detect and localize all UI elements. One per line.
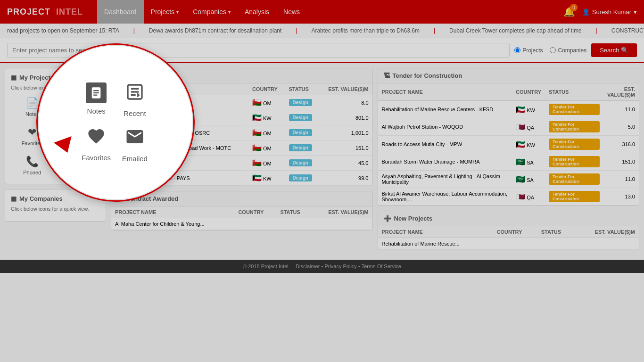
sidebar-notes[interactable]: 📄 Notes [11, 94, 54, 120]
value-cell: 1,001.0 [319, 125, 372, 140]
search-button[interactable]: Search 🔍 [591, 43, 637, 57]
sidebar-notifications[interactable]: 🔔 Notifications [58, 153, 100, 178]
terms-link[interactable]: Terms Of Service [362, 263, 401, 269]
phoned-icon: 📞 [26, 156, 39, 168]
footer: © 2018 Project Intel. Disclaimer • Priva… [0, 260, 644, 273]
disclaimer-link[interactable]: Disclaimer [296, 263, 320, 269]
radio-companies[interactable]: Companies [550, 47, 586, 54]
col-val: EST. VALUE($)M [312, 206, 372, 218]
emailed-icon: ✉ [74, 126, 83, 139]
status-badge: Design [289, 129, 312, 136]
project-name-cell: Buraidah Storm Water Drainage - MOMRA [378, 153, 512, 171]
ticker-item-0: road projects to open on September 15: R… [7, 27, 119, 34]
contract-card: 🏷 Contract Awarded PROJECT NAME COUNTRY … [111, 191, 373, 230]
value-cell: 151.0 [603, 153, 639, 171]
table-row: Al Maha Center for Children & Young... [111, 218, 372, 230]
project-name-cell: Quriyat Resort [111, 156, 248, 171]
design-table-body: Muscat Hills Golf - MOH 🇴🇲 OM Design 8.0… [111, 95, 372, 186]
project-name-cell: Asyah Asphalting, Pavement & Lighting - … [378, 171, 512, 188]
table-row: Rehabilitation of Marine Rescue... [378, 238, 639, 250]
search-input[interactable] [7, 43, 510, 58]
new-projects-header-row: PROJECT NAME COUNTRY STATUS EST. VALUE($… [378, 226, 639, 238]
copyright: © 2018 Project Intel. [243, 263, 290, 269]
value-cell: 45.0 [319, 156, 372, 171]
user-dropdown-arrow: ▾ [634, 8, 637, 16]
status-cell: Design [285, 110, 320, 125]
country-cell: 🇸🇦 SA [512, 171, 545, 188]
np-col-value: EST. VALUE($)M [574, 226, 639, 238]
tender-col-country: COUNTRY [512, 83, 545, 101]
nav-dashboard[interactable]: Dashboard [97, 0, 144, 24]
nav-news[interactable]: News [276, 0, 307, 24]
sidebar-phoned[interactable]: 📞 Phoned [11, 153, 54, 178]
col-country: COUNTRY [248, 83, 285, 95]
design-table-header: PROJECT NAME COUNTRY STATUS EST. VALUE($… [111, 83, 372, 95]
np-col-project: PROJECT NAME [378, 226, 493, 238]
sidebar: ▦ My Projects Click below icons for a qu… [5, 68, 106, 250]
news-ticker: road projects to open on September 15: R… [0, 24, 644, 38]
header-right: 🔔 0 👤 Suresh Kumar ▾ [563, 6, 637, 17]
user-icon: 👤 [582, 8, 590, 16]
tender-card-header: 🏗 Tender for Construction [378, 68, 639, 83]
table-row: Al Wajbah Petrol Station - WOQOD 🇶🇦 QA T… [378, 118, 639, 136]
table-row: Mayetin, Al Hashman & Shasr Road Work - … [111, 140, 372, 156]
status-badge: Design [289, 144, 312, 151]
country-cell: 🇴🇲 OM [248, 156, 285, 171]
tender-table-body: Rehabilitation of Marine Rescue Centers … [378, 101, 639, 206]
contract-table-header: PROJECT NAME COUNTRY STATUS EST. VALUE($… [111, 206, 372, 218]
status-cell: Tender For Construction [545, 188, 603, 206]
value-cell: 13.0 [603, 188, 639, 206]
notes-icon: 📄 [26, 97, 39, 109]
design-table-wrap: PROJECT NAME COUNTRY STATUS EST. VALUE($… [111, 83, 372, 186]
table-row: Birkat Al Awamer Warehouse, Labour Accom… [378, 188, 639, 206]
value-cell: 316.0 [603, 136, 639, 153]
np-col-country: COUNTRY [493, 226, 537, 238]
search-radio-group: Projects Companies [514, 47, 586, 54]
privacy-link[interactable]: Privacy Policy [324, 263, 356, 269]
status-cell [537, 238, 575, 250]
table-row: Asyah Asphalting, Pavement & Lighting - … [378, 171, 639, 188]
status-cell: Design [285, 95, 320, 110]
table-row: Buraidah Storm Water Drainage - MOMRA 🇸🇦… [378, 153, 639, 171]
contract-table-body: Al Maha Center for Children & Young... [111, 218, 372, 230]
project-name-cell: Jaber Al Ali Youth Center - PAYS [111, 171, 248, 186]
nav-companies[interactable]: Companies ▾ [186, 0, 238, 24]
new-projects-header: ➕ New Projects [378, 211, 639, 226]
user-menu[interactable]: 👤 Suresh Kumar ▾ [582, 8, 637, 16]
nav-analysis[interactable]: Analysis [238, 0, 276, 24]
sidebar-recent[interactable]: 📋 Recent [58, 94, 100, 120]
status-badge: Design [289, 99, 312, 106]
value-cell: 11.0 [603, 101, 639, 118]
new-projects-body: Rehabilitation of Marine Rescue... [378, 238, 639, 250]
sidebar-favorites[interactable]: ❤ Favorites [11, 123, 54, 149]
country-cell: 🇶🇦 QA [512, 118, 545, 136]
new-projects-card: ➕ New Projects PROJECT NAME COUNTRY STAT… [378, 211, 640, 250]
table-row: Jaber Al Ali Youth Center - PAYS 🇰🇼 KW D… [111, 171, 372, 186]
tender-table-wrap: PROJECT NAME COUNTRY STATUS EST.VALUE($)… [378, 83, 639, 206]
notifications-button[interactable]: 🔔 0 [563, 6, 575, 17]
status-cell: Tender For Construction [545, 171, 603, 188]
my-projects-helper: Click below icons for a quick view. [11, 85, 100, 90]
value-cell [312, 218, 372, 230]
tender-card: 🏗 Tender for Construction PROJECT NAME C… [378, 68, 640, 206]
radio-projects[interactable]: Projects [514, 47, 543, 54]
status-cell: Design [285, 140, 320, 156]
status-cell [276, 218, 311, 230]
main-content: ▦ My Projects Click below icons for a qu… [0, 63, 644, 255]
companies-dropdown-arrow: ▾ [228, 9, 231, 15]
status-cell: Design [285, 171, 320, 186]
contract-table-wrap: PROJECT NAME COUNTRY STATUS EST. VALUE($… [111, 206, 372, 230]
sidebar-emailed[interactable]: ✉ Emailed [58, 123, 100, 149]
nav-projects[interactable]: Projects ▾ [144, 0, 186, 24]
value-cell: 99.0 [319, 171, 372, 186]
my-companies-icon: ▦ [11, 195, 17, 202]
value-cell: 151.0 [319, 140, 372, 156]
np-col-status: STATUS [537, 226, 575, 238]
project-name-cell: Al Wajbah Petrol Station - WOQOD [378, 118, 512, 136]
my-projects-section: ▦ My Projects Click below icons for a qu… [5, 68, 106, 184]
search-bar: Projects Companies Search 🔍 [0, 38, 644, 63]
ticker-item-2: Arabtec profits more than triple to Dh63… [311, 27, 419, 34]
project-name-cell: Al Maha Center for Children & Young... [111, 218, 234, 230]
design-table: PROJECT NAME COUNTRY STATUS EST. VALUE($… [111, 83, 372, 186]
table-row: Sohar Free Zone Sugar Refinery - OSRC 🇴🇲… [111, 125, 372, 140]
